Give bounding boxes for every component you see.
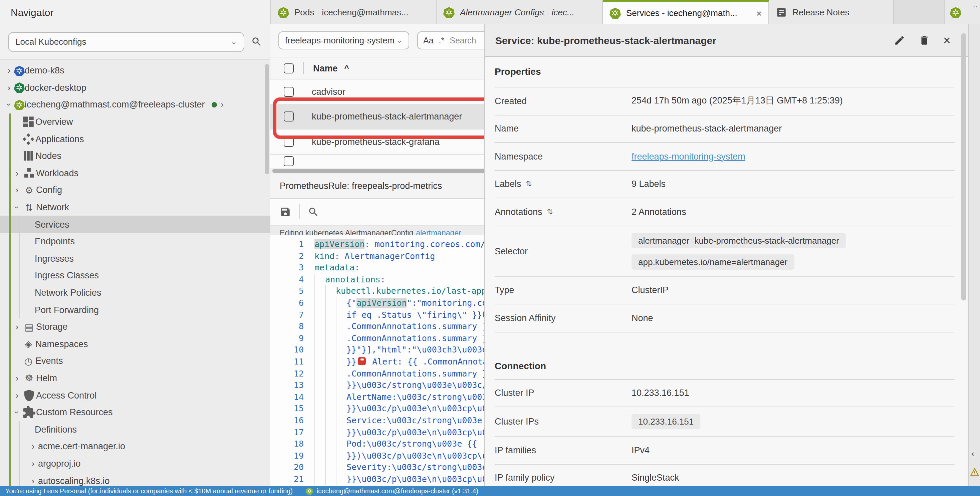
sidebar-item-label: Access Control: [36, 390, 97, 400]
sidebar-item-helm[interactable]: ›☸Helm: [0, 369, 270, 386]
search-placeholder: Search: [450, 36, 476, 45]
drawer-row-ip-family-policy: IP family policySingleStack: [495, 464, 955, 486]
drawer-scrollbar[interactable]: [961, 33, 966, 300]
tab-label: Pods - icecheng@mathmas...: [294, 7, 408, 17]
sidebar-item-endpoints[interactable]: Endpoints: [0, 233, 270, 250]
tree-indent-guide: [19, 216, 20, 318]
sidebar-item-ingresses[interactable]: Ingresses: [0, 250, 270, 267]
sidebar-item-network[interactable]: ›⇅Network: [0, 199, 270, 216]
sidebar-item-nodes[interactable]: Nodes: [0, 148, 270, 165]
sidebar-item-network-policies[interactable]: Network Policies: [0, 284, 270, 301]
sidebar-item-config[interactable]: ›⚙Config: [0, 181, 270, 199]
chevron-right-icon[interactable]: ›: [12, 322, 22, 332]
row-value: 10.233.16.151: [632, 388, 689, 398]
chevron-right-icon[interactable]: ›: [4, 83, 14, 93]
tab-strip: Pods - icecheng@mathmas...Alertmanager C…: [270, 0, 980, 24]
k8s-icon: [14, 83, 25, 93]
sidebar-item-workloads[interactable]: ›Workloads: [0, 165, 270, 181]
sidebar-item-demo-k8s[interactable]: ›demo-k8s: [0, 62, 270, 79]
drawer-row-name: Namekube-prometheus-stack-alertmanager: [495, 115, 955, 143]
tab-alertmanager-configs[interactable]: Alertmanager Configs - icec...: [437, 0, 603, 24]
sidebar-scrollbar[interactable]: [265, 64, 269, 174]
row-checkbox[interactable]: [284, 156, 294, 166]
toolbar-divider: [299, 204, 300, 219]
expand-toggle-icon[interactable]: ⇅: [547, 208, 553, 216]
chevron-down-icon: ⌄: [231, 37, 237, 46]
sidebar-item-label: argoproj.io: [38, 459, 81, 469]
row-checkbox[interactable]: [284, 137, 294, 147]
expand-toggle-icon[interactable]: ⇅: [526, 180, 532, 189]
namespace-select[interactable]: freeleaps-monitoring-system ⌄: [278, 31, 409, 49]
match-case-icon[interactable]: Aa: [423, 36, 434, 45]
sidebar-item-port-forwarding[interactable]: Port Forwarding: [0, 301, 270, 318]
chevron-down-icon[interactable]: ›: [12, 407, 22, 417]
sidebar-item-services[interactable]: Services: [0, 216, 270, 233]
sidebar-item-applications[interactable]: Applications: [0, 130, 270, 148]
chevron-right-icon[interactable]: ›: [12, 373, 22, 383]
delete-icon[interactable]: [919, 34, 930, 46]
tab-label: Alertmanager Configs - icec...: [460, 7, 574, 17]
chevron-right-icon[interactable]: ›: [12, 390, 22, 400]
line-number: 20: [270, 462, 314, 473]
grid-icon: [21, 115, 35, 129]
close-icon[interactable]: ×: [943, 34, 951, 46]
sidebar-item-namespaces[interactable]: ◈Namespaces: [0, 335, 270, 353]
search-icon[interactable]: [251, 36, 262, 48]
tab-pods[interactable]: Pods - icecheng@mathmas...: [270, 0, 437, 24]
sort-ascending-icon[interactable]: ^: [344, 64, 349, 73]
sidebar-item-label: Ingress Classes: [35, 271, 99, 281]
sidebar-item-label: Applications: [35, 134, 84, 144]
navigator-title: Navigator: [11, 6, 53, 18]
sidebar-item-definitions[interactable]: Definitions: [0, 421, 270, 438]
regex-icon[interactable]: .*: [439, 36, 445, 45]
line-number: 7: [270, 309, 314, 320]
cluster-tree: ›demo-k8s›docker-desktop›icecheng@mathma…: [0, 62, 270, 486]
sidebar-item-label: Definitions: [35, 424, 77, 435]
line-number: 8: [270, 320, 314, 332]
chevron-down-icon[interactable]: ›: [4, 100, 14, 110]
value-badge: alertmanager=kube-prometheus-stack-alert…: [632, 233, 846, 248]
sidebar-item-overview[interactable]: Overview: [0, 113, 270, 130]
edit-icon[interactable]: [894, 34, 905, 46]
sidebar-item-ingress-classes[interactable]: Ingress Classes: [0, 267, 270, 284]
collapse-chevron-icon[interactable]: ‹: [971, 448, 974, 459]
chevron-right-icon[interactable]: ›: [221, 100, 224, 110]
sidebar-item-docker-desktop[interactable]: ›docker-desktop: [0, 79, 270, 96]
row-checkbox[interactable]: [284, 87, 294, 97]
navigator-panel: Local Kubeconfigs ⌄ ›demo-k8s›docker-des…: [0, 24, 270, 486]
chevron-right-icon[interactable]: ›: [28, 475, 38, 486]
sidebar-item-access-control[interactable]: ›Access Control: [0, 387, 270, 404]
active-cluster-status[interactable]: icecheng@mathmast.com@freeleaps-cluster …: [306, 487, 478, 494]
close-tab-icon[interactable]: ×: [756, 8, 762, 18]
name-column-header[interactable]: Name: [313, 63, 338, 73]
chevron-right-icon[interactable]: ›: [28, 442, 38, 451]
chevron-down-icon[interactable]: ›: [12, 202, 22, 212]
lens-window: Navigator Pods - icecheng@mathmas...Aler…: [0, 0, 980, 496]
section-heading: Connection: [495, 332, 955, 380]
row-checkbox[interactable]: [284, 112, 294, 122]
tab-release-notes[interactable]: Release Notes: [769, 0, 894, 24]
sidebar-item-argoproj-io[interactable]: ›argoproj.io: [0, 455, 270, 472]
select-all-checkbox[interactable]: [284, 63, 294, 73]
chevron-right-icon[interactable]: ›: [12, 185, 22, 195]
details-drawer: Service: kube-prometheus-stack-alertmana…: [484, 24, 968, 486]
line-number: 17: [270, 426, 314, 438]
namespace-link[interactable]: freeleaps-monitoring-system: [632, 151, 745, 162]
line-number: 19: [270, 450, 314, 461]
sidebar-item-events[interactable]: ◷Events: [0, 353, 270, 369]
sidebar-item-custom-resources[interactable]: ›Custom Resources: [0, 404, 270, 421]
tab-services[interactable]: Services - icecheng@math...×: [603, 0, 769, 24]
kubeconfig-select[interactable]: Local Kubeconfigs ⌄: [8, 32, 244, 52]
sidebar-item-acme-cert-manager-io[interactable]: ›acme.cert-manager.io: [0, 438, 270, 455]
sidebar-item-storage[interactable]: ›▤Storage: [0, 318, 270, 335]
chevron-right-icon[interactable]: ›: [12, 168, 22, 178]
sidebar-item-autoscaling-k8s-io[interactable]: ›autoscaling.k8s.io: [0, 472, 270, 486]
line-number: 12: [270, 367, 314, 379]
drawer-body: PropertiesCreated254d 17h 50m ago (2025年…: [485, 56, 968, 486]
chevron-right-icon[interactable]: ›: [28, 459, 38, 469]
warning-icon[interactable]: [970, 467, 979, 477]
sidebar-item-icecheng-mathmast-com-freeleaps-cluster[interactable]: ›icecheng@mathmast.com@freeleaps-cluster…: [0, 96, 270, 113]
chevron-right-icon[interactable]: ›: [4, 66, 14, 76]
save-icon[interactable]: [280, 206, 291, 217]
editor-search-icon[interactable]: [308, 206, 319, 217]
